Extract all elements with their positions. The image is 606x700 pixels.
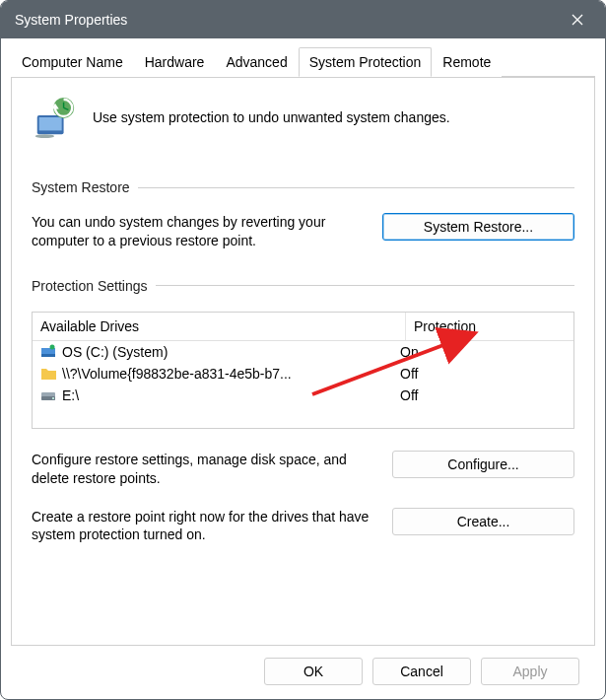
tab-strip: Computer Name Hardware Advanced System P… [11, 47, 595, 78]
system-restore-group: System Restore You can undo system chang… [32, 179, 574, 250]
drive-name: OS (C:) (System) [62, 344, 398, 360]
drive-name: E:\ [62, 387, 398, 403]
os-drive-icon [40, 344, 58, 360]
protection-settings-group-title: Protection Settings [32, 278, 574, 294]
protection-settings-group: Protection Settings Available Drives Pro… [32, 278, 574, 545]
drive-protection: Off [398, 387, 566, 403]
drives-header-protection[interactable]: Protection [406, 313, 573, 340]
drives-table: Available Drives Protection OS (C:) (Sys… [32, 312, 574, 429]
info-text: Use system protection to undo unwanted s… [93, 109, 450, 125]
system-restore-label: System Restore [32, 179, 130, 195]
svg-rect-10 [41, 354, 55, 357]
drive-name: \\?\Volume{f98832be-a831-4e5b-b7... [62, 366, 398, 382]
system-restore-group-title: System Restore [32, 179, 574, 195]
folder-icon [40, 366, 58, 382]
drive-icon [40, 387, 58, 403]
protection-settings-label: Protection Settings [32, 278, 148, 294]
system-properties-window: System Properties Computer Name Hardware… [0, 0, 606, 700]
apply-button: Apply [481, 658, 579, 685]
create-row: Create a restore point right now for the… [32, 508, 574, 545]
tab-panel-system-protection: Use system protection to undo unwanted s… [11, 76, 595, 646]
tab-computer-name[interactable]: Computer Name [11, 47, 134, 77]
system-restore-text: You can undo system changes by reverting… [32, 213, 365, 250]
create-text: Create a restore point right now for the… [32, 508, 374, 545]
drive-row[interactable]: E:\ Off [33, 385, 573, 406]
cancel-button[interactable]: Cancel [372, 658, 471, 685]
close-icon [572, 14, 583, 26]
drives-header: Available Drives Protection [33, 313, 573, 341]
svg-point-14 [52, 397, 54, 399]
svg-point-11 [50, 344, 55, 349]
tab-hardware[interactable]: Hardware [134, 47, 216, 77]
titlebar: System Properties [1, 1, 605, 38]
svg-rect-3 [39, 117, 62, 130]
drive-protection: Off [398, 366, 566, 382]
divider [156, 285, 574, 286]
drives-header-available[interactable]: Available Drives [33, 313, 406, 340]
content-area: Computer Name Hardware Advanced System P… [1, 38, 605, 699]
create-button[interactable]: Create... [392, 508, 574, 535]
svg-point-4 [35, 134, 54, 138]
close-button[interactable] [556, 5, 599, 35]
system-protection-icon [32, 95, 77, 140]
info-row: Use system protection to undo unwanted s… [32, 95, 574, 140]
configure-button[interactable]: Configure... [392, 451, 574, 478]
configure-text: Configure restore settings, manage disk … [32, 451, 374, 488]
dialog-button-row: OK Cancel Apply [11, 646, 595, 699]
window-title: System Properties [15, 12, 556, 28]
tab-advanced[interactable]: Advanced [215, 47, 298, 77]
configure-row: Configure restore settings, manage disk … [32, 451, 574, 488]
ok-button[interactable]: OK [264, 658, 363, 685]
drive-row[interactable]: OS (C:) (System) On [33, 341, 573, 363]
drive-row[interactable]: \\?\Volume{f98832be-a831-4e5b-b7... Off [33, 363, 573, 385]
system-restore-button[interactable]: System Restore... [382, 213, 574, 241]
tab-system-protection[interactable]: System Protection [299, 47, 433, 77]
tab-remote[interactable]: Remote [432, 47, 502, 77]
divider [138, 187, 574, 188]
drive-protection: On [398, 344, 566, 360]
